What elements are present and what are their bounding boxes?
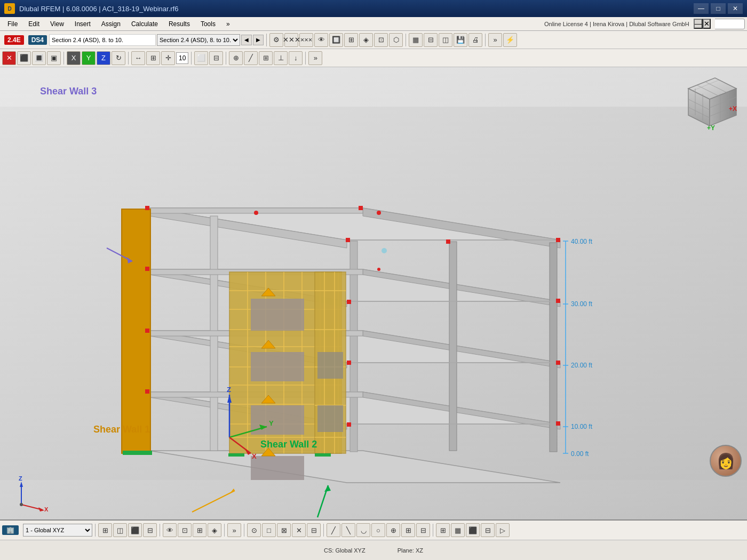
sb-mirror-btn[interactable]: ⊟ bbox=[416, 523, 430, 537]
menu-edit[interactable]: Edit bbox=[23, 18, 45, 30]
svg-rect-94 bbox=[347, 300, 351, 304]
tb-render-btn4[interactable]: 💾 bbox=[454, 33, 467, 47]
tb-mesh-btn[interactable]: ⊟ bbox=[209, 51, 223, 65]
tb-member-btn[interactable]: ⊞ bbox=[259, 51, 273, 65]
menu-tools[interactable]: Tools bbox=[195, 18, 221, 30]
shear-wall-1-label: Shear Wall 1 bbox=[93, 424, 150, 435]
separator5 bbox=[128, 52, 129, 65]
tb-view-btn7[interactable]: ◈ bbox=[359, 33, 373, 47]
sb-snap-btn[interactable]: ⊕ bbox=[386, 523, 400, 537]
coord-system-select[interactable]: 1 - Global XYZ bbox=[23, 524, 92, 537]
tb-frame-btn[interactable]: ▣ bbox=[47, 51, 61, 65]
tb-render-btn2[interactable]: ⊟ bbox=[424, 33, 438, 47]
svg-rect-61 bbox=[317, 352, 343, 379]
sb-render-btn[interactable]: ⬛ bbox=[466, 523, 480, 537]
sb-line-btn3[interactable]: ╲ bbox=[341, 523, 355, 537]
separator-sb5 bbox=[323, 524, 324, 537]
svg-rect-92 bbox=[556, 421, 560, 426]
sb-view-btn3[interactable]: ⊞ bbox=[193, 523, 206, 537]
sb-btn3[interactable]: ⬛ bbox=[128, 523, 142, 537]
tb-more-btn[interactable]: » bbox=[488, 33, 502, 47]
svg-rect-96 bbox=[347, 422, 351, 427]
sb-dim-btn[interactable]: ⊟ bbox=[307, 523, 321, 537]
tb-rotate-btn[interactable]: ↻ bbox=[112, 51, 125, 65]
svg-marker-130 bbox=[38, 507, 44, 511]
tb-render-btn3[interactable]: ◫ bbox=[439, 33, 452, 47]
svg-rect-90 bbox=[556, 299, 560, 303]
svg-text:X: X bbox=[252, 452, 257, 460]
separator7 bbox=[226, 52, 226, 65]
ds-label: DS4 bbox=[28, 35, 47, 45]
tb-stop-btn[interactable]: ✕ bbox=[2, 51, 16, 65]
tb-node-btn[interactable]: ⊕ bbox=[229, 51, 243, 65]
statusbar1: 🏢 1 - Global XYZ ⊞ ◫ ⬛ ⊟ 👁 ⊡ ⊞ ◈ » ⊙ □ ⊠… bbox=[0, 519, 747, 540]
app-icon: D bbox=[4, 3, 15, 14]
license-bar: Online License 4 | Irena Kirova | Dlubal… bbox=[540, 17, 715, 31]
sb-grid-btn[interactable]: ⊞ bbox=[436, 523, 450, 537]
tb-view-btn1[interactable]: ⚙ bbox=[269, 33, 283, 47]
snap-value: 10 bbox=[176, 52, 188, 64]
sb-circle-btn[interactable]: ○ bbox=[371, 523, 385, 537]
tb-view-btn4[interactable]: 👁 bbox=[314, 33, 328, 47]
nav-prev-button[interactable]: ◀ bbox=[241, 35, 252, 45]
sb-line-btn2[interactable]: ╱ bbox=[327, 523, 340, 537]
sb-view-btn4[interactable]: ◈ bbox=[208, 523, 221, 537]
cs-status: CS: Global XYZ bbox=[324, 547, 365, 554]
sb-view-btn2[interactable]: ⊡ bbox=[178, 523, 192, 537]
menu-view[interactable]: View bbox=[45, 18, 69, 30]
sb-line-btn[interactable]: □ bbox=[262, 523, 276, 537]
sb-node-btn[interactable]: ⊙ bbox=[247, 523, 261, 537]
menu-more[interactable]: » bbox=[221, 18, 235, 30]
tb-3d-btn[interactable]: ⬛ bbox=[17, 51, 31, 65]
sb-btn2[interactable]: ◫ bbox=[113, 523, 127, 537]
tb-surface-btn[interactable]: ⬜ bbox=[194, 51, 208, 65]
tb-move-btn[interactable]: ↔ bbox=[131, 51, 145, 65]
tb-line-btn[interactable]: ╱ bbox=[244, 51, 258, 65]
license-close[interactable]: ✕ bbox=[703, 19, 711, 29]
sb-btn1[interactable]: ⊞ bbox=[98, 523, 112, 537]
tb-render-btn5[interactable]: 🖨 bbox=[468, 33, 482, 47]
tb-view-btn2[interactable]: ✕✕✕ bbox=[284, 33, 298, 47]
license-minimize[interactable]: — bbox=[694, 19, 703, 29]
sb-display-btn[interactable]: ▦ bbox=[451, 523, 465, 537]
menu-calculate[interactable]: Calculate bbox=[126, 18, 163, 30]
sb-more-btn[interactable]: » bbox=[227, 523, 241, 537]
section-dropdown[interactable]: Section 2.4 (ASD), 8. to 10. bbox=[157, 34, 240, 46]
sb-mesh-btn[interactable]: ⊠ bbox=[277, 523, 291, 537]
svg-text:30.00 ft: 30.00 ft bbox=[571, 300, 593, 308]
sb-right-btn[interactable]: ▷ bbox=[496, 523, 510, 537]
tb-view3d-btn[interactable]: 🔳 bbox=[32, 51, 46, 65]
tb-axis-y[interactable]: Y bbox=[82, 51, 96, 65]
tb-load-btn[interactable]: ↓ bbox=[289, 51, 303, 65]
tb-axis-x[interactable]: X bbox=[67, 51, 81, 65]
sb-cross-btn[interactable]: ✕ bbox=[292, 523, 306, 537]
tb-view-btn3[interactable]: ××× bbox=[299, 33, 313, 47]
tb-view-btn9[interactable]: ⬡ bbox=[389, 33, 403, 47]
sb-snap-btn2[interactable]: ⊟ bbox=[481, 523, 495, 537]
sb-arc-btn[interactable]: ◡ bbox=[356, 523, 370, 537]
tb-more2-btn[interactable]: » bbox=[308, 51, 322, 65]
menu-insert[interactable]: Insert bbox=[69, 18, 96, 30]
nav-next-button[interactable]: ▶ bbox=[253, 35, 264, 45]
sb-view-btn1[interactable]: 👁 bbox=[163, 523, 177, 537]
tb-view-btn6[interactable]: ⊞ bbox=[344, 33, 358, 47]
maximize-button[interactable]: □ bbox=[711, 3, 726, 14]
menu-assign[interactable]: Assign bbox=[96, 18, 126, 30]
tb-render-btn1[interactable]: ▦ bbox=[409, 33, 423, 47]
tb-view-btn8[interactable]: ⊡ bbox=[374, 33, 388, 47]
tb-axis-z[interactable]: Z bbox=[97, 51, 110, 65]
tb-extra-btn[interactable]: ⚡ bbox=[503, 33, 517, 47]
viewport[interactable]: Z Y X 40.00 ft 30.00 ft 20.00 ft 10.00 f… bbox=[0, 67, 747, 519]
sb-btn4[interactable]: ⊟ bbox=[143, 523, 157, 537]
svg-text:20.00 ft: 20.00 ft bbox=[571, 362, 593, 369]
menu-file[interactable]: File bbox=[2, 18, 23, 30]
minimize-button[interactable]: — bbox=[694, 3, 709, 14]
tb-support-btn[interactable]: ⊥ bbox=[274, 51, 288, 65]
tb-scale-btn[interactable]: ⊞ bbox=[146, 51, 160, 65]
tb-view-btn5[interactable]: 🔲 bbox=[329, 33, 343, 47]
tb-snap-btn[interactable]: ✛ bbox=[161, 51, 175, 65]
menu-results[interactable]: Results bbox=[163, 18, 195, 30]
svg-text:+X: +X bbox=[729, 105, 737, 113]
sb-axis-btn[interactable]: ⊞ bbox=[401, 523, 415, 537]
close-button[interactable]: ✕ bbox=[728, 3, 743, 14]
